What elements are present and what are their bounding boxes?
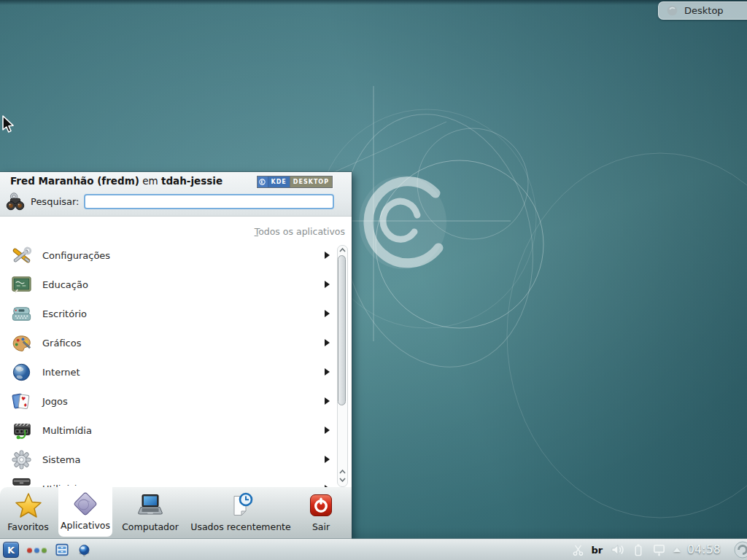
- tab-label: Aplicativos: [61, 520, 110, 531]
- badge-desktop-label: DESKTOP: [290, 176, 332, 187]
- scroll-up-icon[interactable]: [339, 248, 346, 252]
- star-icon: [14, 491, 43, 520]
- submenu-arrow-icon: [325, 281, 330, 288]
- scroll-up2-icon[interactable]: [339, 470, 346, 474]
- keyboard-layout-indicator[interactable]: br: [592, 545, 603, 556]
- gear-icon: [10, 448, 33, 471]
- category-row[interactable]: Escritório: [0, 299, 352, 328]
- category-row[interactable]: Internet: [0, 357, 352, 386]
- battery-icon[interactable]: [632, 542, 645, 558]
- category-label: Configurações: [42, 250, 315, 261]
- user-connector: em: [142, 175, 158, 187]
- education-icon: [10, 273, 33, 296]
- submenu-arrow-icon: [325, 427, 330, 434]
- category-label: Gráficos: [42, 338, 315, 349]
- panel-cashew-icon[interactable]: [733, 540, 747, 559]
- tray-expander-icon[interactable]: [673, 548, 681, 552]
- user-identity: Fred Maranhão (fredm) em tdah-jessie: [10, 175, 222, 187]
- category-label: Jogos: [42, 396, 315, 407]
- category-label: Escritório: [42, 308, 315, 319]
- tab-aplicativos[interactable]: Aplicativos: [58, 486, 112, 537]
- desktop-folder-widget[interactable]: Desktop: [658, 1, 747, 20]
- kde-logo-icon: [258, 176, 268, 187]
- category-row[interactable]: Sistema: [0, 445, 352, 474]
- badge-kde-label: KDE: [268, 176, 290, 187]
- search-icon: [4, 190, 26, 212]
- category-row[interactable]: Educação: [0, 270, 352, 299]
- taskbar: K br: [0, 540, 747, 560]
- display-icon[interactable]: [651, 542, 667, 557]
- tab-label: Usados recentemente: [190, 521, 290, 532]
- submenu-arrow-icon: [325, 339, 330, 346]
- scroll-down-icon[interactable]: [339, 478, 346, 482]
- svg-text:♦: ♦: [23, 402, 28, 408]
- category-label: Internet: [42, 367, 315, 378]
- user-name: Fred Maranhão (fredm): [10, 175, 139, 187]
- folder-icon: [666, 4, 678, 17]
- taskbar-clock[interactable]: 04:58: [687, 543, 721, 556]
- scrollbar: [337, 245, 348, 486]
- desktop: Desktop Fred Maranhão (fredm) em tdah-je…: [0, 0, 747, 560]
- tab-label: Favoritos: [7, 521, 48, 532]
- system-sphere-icon[interactable]: [77, 543, 91, 557]
- svg-text:♥: ♥: [20, 395, 26, 402]
- submenu-arrow-icon: [325, 252, 330, 259]
- typewriter-icon: [10, 303, 33, 325]
- kde-desktop-badge: KDE DESKTOP: [257, 176, 333, 188]
- desktop-widget-title: Desktop: [684, 5, 724, 16]
- tab-favoritos[interactable]: Favoritos: [1, 487, 55, 537]
- tab-label: Sair: [312, 521, 330, 532]
- host-name: tdah-jessie: [161, 175, 222, 187]
- launcher-header: Fred Maranhão (fredm) em tdah-jessie KDE…: [0, 172, 352, 217]
- category-row[interactable]: ♥♦ Jogos: [0, 386, 352, 416]
- clipper-scissors-icon[interactable]: [571, 543, 585, 557]
- applications-icon: [71, 489, 100, 518]
- category-row[interactable]: Gráficos: [0, 328, 352, 357]
- category-row[interactable]: Utilitários: [0, 474, 352, 487]
- kickoff-launcher: Fred Maranhão (fredm) em tdah-jessie KDE…: [0, 172, 352, 540]
- tab-sair[interactable]: Sair: [300, 487, 342, 537]
- category-label: Multimídia: [42, 425, 315, 436]
- recent-documents-icon: [226, 491, 255, 520]
- utilities-icon: [10, 478, 33, 488]
- tab-usados-recentemente[interactable]: Usados recentemente: [182, 487, 299, 537]
- submenu-arrow-icon: [325, 397, 330, 405]
- multimedia-icon: [10, 419, 33, 442]
- launcher-tab-bar: Favoritos Aplicativos Computador Usados …: [0, 487, 352, 540]
- drawer-icon[interactable]: [55, 542, 69, 557]
- search-input[interactable]: [84, 194, 335, 209]
- category-list: Configurações Educação Escritório Gráfic…: [0, 241, 352, 487]
- volume-icon[interactable]: [609, 542, 625, 557]
- kde-menu-button[interactable]: K: [3, 542, 19, 558]
- category-label: Sistema: [42, 454, 315, 465]
- scrollbar-thumb[interactable]: [338, 255, 346, 405]
- tab-computador[interactable]: Computador: [115, 487, 185, 537]
- submenu-arrow-icon: [325, 310, 330, 317]
- computer-icon: [136, 491, 165, 520]
- category-row[interactable]: Multimídia: [0, 416, 352, 445]
- submenu-arrow-icon: [325, 368, 330, 376]
- category-label: Educação: [42, 279, 315, 290]
- globe-icon: [10, 361, 33, 384]
- submenu-arrow-icon: [325, 456, 330, 463]
- category-row[interactable]: Configurações: [0, 241, 352, 270]
- cards-icon: ♥♦: [10, 390, 33, 413]
- all-applications-link[interactable]: Todos os aplicativos: [255, 226, 345, 237]
- logout-icon: [306, 491, 336, 520]
- launcher-content: Todos os aplicativos Configurações Educa…: [0, 217, 352, 487]
- activities-dots-icon[interactable]: [27, 548, 47, 553]
- palette-icon: [10, 332, 33, 354]
- tab-label: Computador: [122, 521, 179, 532]
- search-label: Pesquisar:: [31, 196, 80, 207]
- tools-icon: [10, 244, 33, 267]
